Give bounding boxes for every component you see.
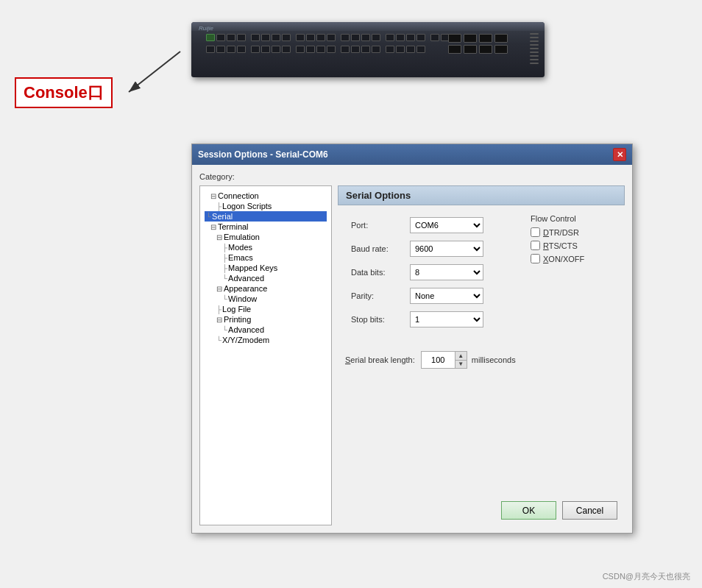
switch-logo: Ruijie: [199, 25, 213, 32]
serial-break-spinner: ▲ ▼: [421, 351, 467, 369]
console-label: Console口: [15, 77, 113, 108]
tree-item-advanced[interactable]: └ Advanced: [205, 273, 327, 283]
dialog-buttons: OK Cancel: [338, 495, 625, 525]
cancel-button[interactable]: Cancel: [562, 501, 617, 520]
switch-vents: [530, 33, 539, 70]
options-right-panel: Serial Options Port: COM6 COM1COM2COM3 C…: [338, 185, 625, 525]
tree-label-emacs: Emacs: [228, 253, 253, 262]
tree-label-xyz: X/Y/Zmodem: [222, 336, 269, 344]
tree-item-mapped-keys[interactable]: ├ Mapped Keys: [205, 263, 327, 273]
data-bits-label: Data bits:: [351, 268, 410, 277]
tree-label-logon-scripts: Logon Scripts: [222, 202, 272, 210]
svg-line-0: [129, 52, 180, 92]
session-options-dialog: Session Options - Serial-COM6 ✕ Category…: [191, 144, 633, 534]
tree-item-terminal[interactable]: ⊟ Terminal: [205, 222, 327, 232]
baud-rate-row: Baud rate: 9600 120024004800 19200384005…: [351, 241, 508, 257]
spinner-up-button[interactable]: ▲: [455, 352, 467, 361]
serial-options-header: Serial Options: [338, 185, 625, 205]
dtr-dsr-checkbox[interactable]: [531, 227, 540, 237]
stop-bits-row: Stop bits: 11.52: [351, 311, 508, 327]
stop-bits-control: 11.52: [410, 311, 483, 327]
parity-row: Parity: NoneEvenOdd MarkSpace: [351, 288, 508, 304]
tree-label-window: Window: [228, 294, 257, 303]
milliseconds-label: milliseconds: [472, 355, 516, 364]
console-text: Console口: [15, 77, 113, 108]
serial-break-input[interactable]: [422, 352, 455, 368]
stop-bits-label: Stop bits:: [351, 315, 410, 324]
spinner-down-button[interactable]: ▼: [455, 361, 467, 369]
dialog-content: Category: ⊟ Connection ├ Logon Scripts └…: [192, 165, 632, 533]
switch-body: Ruijie: [191, 22, 545, 77]
dialog-title: Session Options - Serial-COM6: [198, 149, 328, 160]
serial-break-row: Serial break length: ▲ ▼ milliseconds: [338, 351, 625, 369]
tree-item-connection[interactable]: ⊟ Connection: [205, 191, 327, 201]
parity-control: NoneEvenOdd MarkSpace: [410, 288, 483, 304]
dtr-dsr-row: DTR/DSR: [531, 227, 619, 237]
tree-item-logon-scripts[interactable]: ├ Logon Scripts: [205, 201, 327, 211]
tree-label-serial: Serial: [212, 212, 233, 221]
tree-item-modes[interactable]: ├ Modes: [205, 242, 327, 252]
port-label: Port:: [351, 221, 410, 230]
port-row: Port: COM6 COM1COM2COM3 COM4COM5COM7COM8: [351, 217, 508, 233]
rts-cts-checkbox[interactable]: [531, 241, 540, 250]
tree-panel: ⊟ Connection ├ Logon Scripts └ Serial ⊟ …: [199, 185, 332, 525]
tree-label-printing: Printing: [224, 315, 251, 324]
flow-control-section: Flow Control DTR/DSR RTS/CTS XON/XOFF: [531, 214, 619, 338]
tree-label-emulation: Emulation: [224, 233, 260, 241]
xon-xoff-row: XON/XOFF: [531, 254, 619, 263]
tree-item-log-file[interactable]: ├ Log File: [205, 304, 327, 314]
parity-select[interactable]: NoneEvenOdd MarkSpace: [410, 288, 483, 304]
tree-item-advanced2[interactable]: └ Advanced: [205, 325, 327, 335]
data-bits-control: 87: [410, 264, 483, 280]
tree-item-window[interactable]: └ Window: [205, 294, 327, 304]
tree-item-xyz[interactable]: └ X/Y/Zmodem: [205, 335, 327, 345]
baud-rate-select[interactable]: 9600 120024004800 192003840057600115200: [410, 241, 483, 257]
tree-label-appearance: Appearance: [224, 284, 267, 293]
baud-rate-label: Baud rate:: [351, 244, 410, 253]
tree-label-terminal: Terminal: [218, 222, 249, 231]
arrow-svg: [114, 44, 202, 103]
tree-label-log-file: Log File: [222, 305, 251, 314]
tree-item-printing[interactable]: ⊟ Printing: [205, 314, 327, 325]
port-control: COM6 COM1COM2COM3 COM4COM5COM7COM8: [410, 217, 483, 233]
serial-options-form: Port: COM6 COM1COM2COM3 COM4COM5COM7COM8: [344, 214, 516, 338]
tree-item-appearance[interactable]: ⊟ Appearance: [205, 283, 327, 294]
tree-item-emulation[interactable]: ⊟ Emulation: [205, 232, 327, 242]
data-bits-select[interactable]: 87: [410, 264, 483, 280]
tree-label-connection: Connection: [218, 191, 259, 200]
category-label: Category:: [199, 172, 625, 181]
baud-rate-control: 9600 120024004800 192003840057600115200: [410, 241, 483, 257]
tree-item-emacs[interactable]: ├ Emacs: [205, 252, 327, 263]
stop-bits-select[interactable]: 11.52: [410, 311, 483, 327]
switch-ports: [206, 34, 453, 41]
ok-button[interactable]: OK: [501, 501, 556, 520]
tree-label-modes: Modes: [228, 243, 252, 252]
tree-label-advanced: Advanced: [228, 274, 264, 283]
data-bits-row: Data bits: 87: [351, 264, 508, 280]
xon-xoff-label: XON/XOFF: [543, 255, 584, 263]
rts-cts-row: RTS/CTS: [531, 241, 619, 250]
serial-break-label: Serial break length:: [345, 355, 415, 364]
xon-xoff-checkbox[interactable]: [531, 254, 540, 263]
tree-label-advanced2: Advanced: [228, 325, 264, 334]
flow-control-label: Flow Control: [531, 214, 619, 223]
tree-item-serial[interactable]: └ Serial: [205, 211, 327, 222]
close-button[interactable]: ✕: [613, 148, 626, 161]
dialog-titlebar: Session Options - Serial-COM6 ✕: [192, 144, 632, 165]
tree-label-mapped-keys: Mapped Keys: [228, 263, 277, 272]
dialog-body: ⊟ Connection ├ Logon Scripts └ Serial ⊟ …: [199, 185, 625, 525]
spinner-buttons: ▲ ▼: [455, 352, 467, 368]
dtr-dsr-label: DTR/DSR: [543, 228, 579, 237]
switch-image: Ruijie: [147, 15, 559, 103]
parity-label: Parity:: [351, 291, 410, 300]
watermark: CSDN@月亮今天也很亮: [603, 571, 690, 582]
port-select[interactable]: COM6 COM1COM2COM3 COM4COM5COM7COM8: [410, 217, 483, 233]
switch-top-bar: [191, 22, 545, 31]
rts-cts-label: RTS/CTS: [543, 241, 578, 250]
